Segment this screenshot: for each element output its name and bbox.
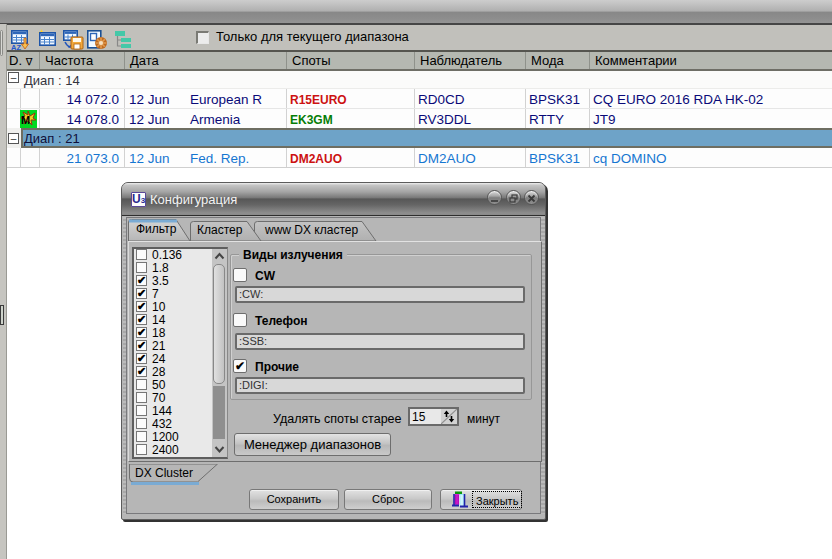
svg-text:M: M — [21, 114, 30, 126]
svg-text:AZ: AZ — [11, 43, 21, 51]
